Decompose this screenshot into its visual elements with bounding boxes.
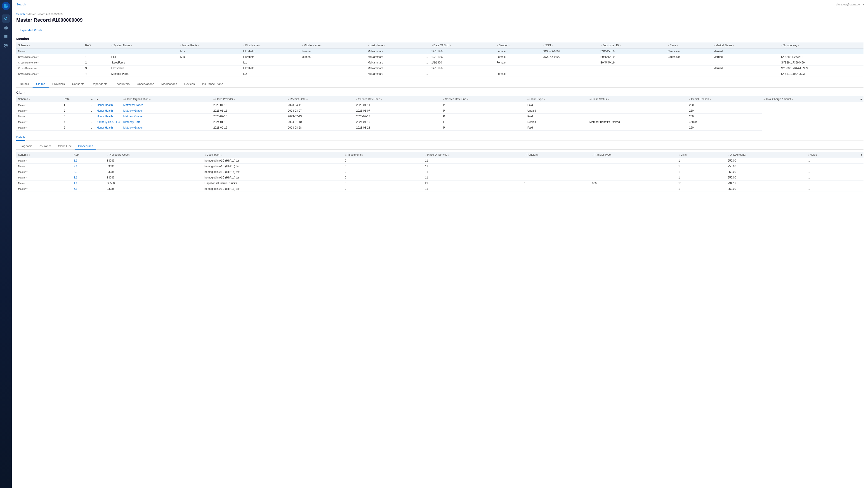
member-col-marital-status[interactable]: ◂ Marital Status ▸ — [712, 42, 779, 48]
claim-org-link[interactable]: Honor Health — [97, 126, 113, 129]
proc-col-description[interactable]: ◂ Description ▸ — [203, 152, 343, 158]
proc-col-adjustments[interactable]: ◂ Adjustments ▸ — [343, 152, 423, 158]
cell-nav-left[interactable]: ... — [89, 119, 95, 125]
claim-col-status[interactable]: ◂ Claim Status ▸ — [588, 96, 687, 102]
proc-col-notes[interactable]: ◂ Notes ▸ — [806, 152, 859, 158]
tab-observations[interactable]: Observations — [133, 80, 158, 88]
app-logo[interactable] — [2, 2, 10, 10]
cell-notes[interactable]: ... — [806, 186, 859, 192]
claim-col-receipt-date[interactable]: ◂ Receipt Date ▸ — [286, 96, 354, 102]
proc-col-transfer-type[interactable]: ◂ Transfer Type ▸ — [590, 152, 677, 158]
proc-ref-link[interactable]: 3.1 — [74, 176, 78, 179]
claim-col-ref[interactable]: Ref# — [62, 96, 89, 102]
claim-org-link[interactable]: Honor Health — [97, 109, 113, 112]
claim-provider-link[interactable]: Matthew Graber — [123, 103, 143, 107]
member-col-schema[interactable]: Schema ▾ — [16, 42, 84, 48]
cell-ref[interactable]: 3.1 — [72, 175, 105, 181]
claim-org-link[interactable]: Honor Health — [97, 103, 113, 107]
sub-tab-insurance[interactable]: Insurance — [35, 143, 55, 150]
proc-ref-link[interactable]: 1.1 — [74, 159, 78, 162]
member-col-ref[interactable]: Ref# — [84, 42, 110, 48]
claim-col-total-charge[interactable]: ◂ Total Charge Amount ▸ — [762, 96, 859, 102]
cell-ref[interactable]: 2.1 — [72, 164, 105, 169]
cell-notes[interactable]: ... — [806, 181, 859, 186]
sub-tab-procedures[interactable]: Procedures — [75, 143, 96, 150]
member-col-system-name[interactable]: ◂ System Name ▸ — [110, 42, 178, 48]
cell-claim-org[interactable]: Honor Health — [95, 125, 121, 131]
proc-ref-link[interactable]: 2.2 — [74, 170, 78, 173]
proc-col-units[interactable]: ◂ Units ▸ — [677, 152, 726, 158]
cell-ref[interactable]: 1.1 — [72, 158, 105, 164]
member-col-dob[interactable]: ◂ Date Of Birth ▸ — [430, 42, 495, 48]
cell-notes[interactable]: ... — [806, 158, 859, 164]
proc-ref-link[interactable]: 2.1 — [74, 165, 78, 168]
member-col-first-name[interactable]: ◂ First Name ▸ — [241, 42, 300, 48]
claim-org-link[interactable]: Kimberly Hart, LLC — [97, 121, 120, 124]
cell-notes[interactable]: ... — [806, 169, 859, 175]
cell-ellipsis[interactable]: ... — [424, 54, 430, 60]
claim-provider-link[interactable]: Matthew Graber — [123, 109, 143, 112]
search-label[interactable]: Search — [16, 3, 26, 6]
cell-nav-left[interactable]: ... — [89, 113, 95, 119]
cell-claim-provider[interactable]: Matthew Graber — [122, 108, 212, 113]
cell-ref[interactable]: 4.1 — [72, 181, 105, 186]
claim-provider-link[interactable]: Matthew Graber — [123, 126, 143, 129]
tab-providers[interactable]: Providers — [49, 80, 68, 88]
tab-details[interactable]: Details — [16, 80, 33, 88]
cell-claim-org[interactable]: Kimberly Hart, LLC — [95, 119, 121, 125]
claim-col-provider[interactable]: ◂ Claim Provider ▸ — [212, 96, 286, 102]
sidebar-item-search[interactable] — [2, 14, 10, 23]
cell-claim-provider[interactable]: Matthew Graber — [122, 125, 212, 131]
claim-col-nav-right[interactable]: ▸ — [95, 96, 121, 102]
claim-col-more[interactable]: ◂ — [859, 96, 864, 102]
member-col-gender[interactable]: ◂ Gender ▸ — [495, 42, 541, 48]
proc-col-unit-amount[interactable]: ◂ Unit Amount ▸ — [726, 152, 806, 158]
cell-notes[interactable]: ... — [806, 175, 859, 181]
tab-claims[interactable]: Claims — [33, 80, 49, 88]
claim-provider-link[interactable]: Matthew Graber — [123, 115, 143, 118]
member-col-subscriber-id[interactable]: ◂ Subscriber ID ▸ — [598, 42, 666, 48]
claim-col-org[interactable]: ◂ Claim Organization ▸ — [122, 96, 212, 102]
cell-ellipsis[interactable]: ... — [424, 60, 430, 66]
sidebar-item-settings[interactable] — [2, 41, 10, 50]
cell-nav-left[interactable]: ... — [89, 102, 95, 108]
claim-col-service-start[interactable]: ◂ Service Date Start ▸ — [354, 96, 441, 102]
cell-claim-provider[interactable]: Kimberly Hart — [122, 119, 212, 125]
proc-col-transfers[interactable]: ◂ Transfers ▸ — [522, 152, 590, 158]
cell-nav-left[interactable]: ... — [89, 108, 95, 113]
sub-tab-claim-line[interactable]: Claim Line — [55, 143, 75, 150]
cell-ellipsis[interactable]: ... — [424, 71, 430, 77]
tab-expanded-profile[interactable]: Expanded Profile — [16, 27, 46, 34]
member-col-source-key[interactable]: ◂ Source Key ▸ — [779, 42, 864, 48]
tab-encounters[interactable]: Encounters — [111, 80, 133, 88]
proc-col-schema[interactable]: Schema ▾ — [16, 152, 72, 158]
member-col-name-prefix[interactable]: ◂ Name Prefix ▸ — [178, 42, 241, 48]
cell-claim-provider[interactable]: Matthew Graber — [122, 102, 212, 108]
claim-col-nav-left[interactable]: ◂ — [89, 96, 95, 102]
proc-ref-link[interactable]: 5.1 — [74, 187, 78, 191]
proc-col-place-of-service[interactable]: ◂ Place Of Service ▸ — [423, 152, 522, 158]
sidebar-item-home[interactable] — [2, 24, 10, 32]
proc-col-procedure-code[interactable]: ◂ Procedure Code ▸ — [105, 152, 203, 158]
cell-ref[interactable]: 5.1 — [72, 186, 105, 192]
member-col-ssn[interactable]: ◂ SSN ▸ — [541, 42, 598, 48]
claim-provider-link[interactable]: Kimberly Hart — [123, 121, 140, 124]
proc-ref-link[interactable]: 4.1 — [74, 182, 78, 185]
claim-col-schema[interactable]: Schema ▾ — [16, 96, 62, 102]
claim-org-link[interactable]: Honor Health — [97, 115, 113, 118]
member-col-last-name[interactable]: ◂ Last Name ▸ — [366, 42, 424, 48]
tab-devices[interactable]: Devices — [181, 80, 198, 88]
member-col-race[interactable]: ◂ Race ▸ — [666, 42, 712, 48]
cell-ellipsis[interactable]: ... — [424, 48, 430, 54]
tab-dependents[interactable]: Dependents — [88, 80, 111, 88]
cell-ref[interactable]: 2.2 — [72, 169, 105, 175]
breadcrumb-search-link[interactable]: Search — [16, 13, 25, 16]
tab-insurance-plans[interactable]: Insurance Plans — [198, 80, 226, 88]
sidebar-item-records[interactable] — [2, 33, 10, 41]
proc-col-ref[interactable]: Ref# — [72, 152, 105, 158]
user-menu[interactable]: dane.low@gaine.com ▾ — [836, 3, 864, 6]
cell-nav-left[interactable]: ... — [89, 125, 95, 131]
cell-notes[interactable]: ... — [806, 164, 859, 169]
member-col-middle-name[interactable]: ◂ Middle Name ▸ — [300, 42, 366, 48]
cell-ellipsis[interactable]: ... — [424, 66, 430, 71]
